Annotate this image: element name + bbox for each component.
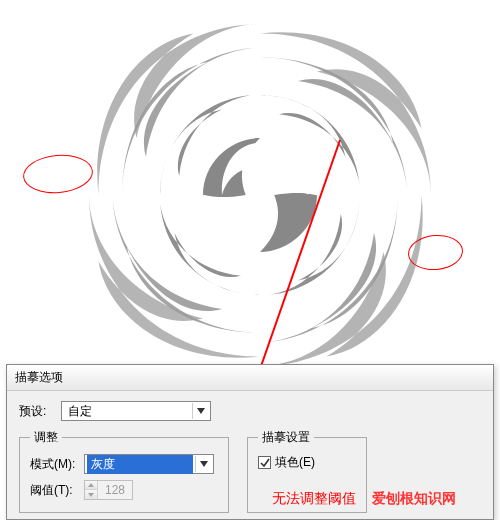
mode-row: 模式(M): 灰度: [30, 454, 218, 474]
canvas-area[interactable]: [0, 0, 500, 408]
threshold-row: 阈值(T):: [30, 480, 218, 500]
watermark-text: 爱刨根知识网: [372, 490, 456, 508]
preset-label: 预设:: [19, 403, 61, 420]
adjust-legend: 调整: [30, 429, 62, 446]
svg-marker-2: [197, 408, 205, 414]
trace-settings-legend: 描摹设置: [258, 429, 314, 446]
annotation-cannot-adjust: 无法调整阈值: [272, 490, 356, 508]
svg-marker-4: [88, 483, 94, 487]
spinner-up-icon: [85, 481, 97, 490]
threshold-input: [98, 483, 132, 497]
swirl-logo-artwork: [70, 5, 450, 385]
chevron-down-icon: [195, 456, 211, 472]
preset-dropdown[interactable]: 自定: [61, 401, 211, 421]
fill-checkbox-row[interactable]: 填色(E): [258, 454, 356, 471]
mode-dropdown[interactable]: 灰度: [84, 454, 214, 474]
mode-value: 灰度: [87, 455, 193, 474]
fill-label: 填色(E): [275, 454, 315, 471]
preset-row: 预设: 自定: [19, 401, 481, 421]
dialog-titlebar[interactable]: 描摹选项: [7, 365, 493, 391]
svg-marker-3: [200, 461, 208, 467]
threshold-label: 阈值(T):: [30, 482, 84, 499]
chevron-down-icon: [192, 403, 208, 419]
threshold-spinner: [84, 480, 133, 500]
svg-marker-5: [88, 493, 94, 497]
preset-value: 自定: [68, 403, 192, 420]
adjust-fieldset: 调整 模式(M): 灰度 阈值(T):: [19, 429, 229, 513]
fill-checkbox[interactable]: [258, 456, 271, 469]
spinner-down-icon: [85, 490, 97, 499]
checkmark-icon: [260, 458, 270, 468]
dialog-title-text: 描摹选项: [15, 370, 63, 384]
mode-label: 模式(M):: [30, 456, 84, 473]
